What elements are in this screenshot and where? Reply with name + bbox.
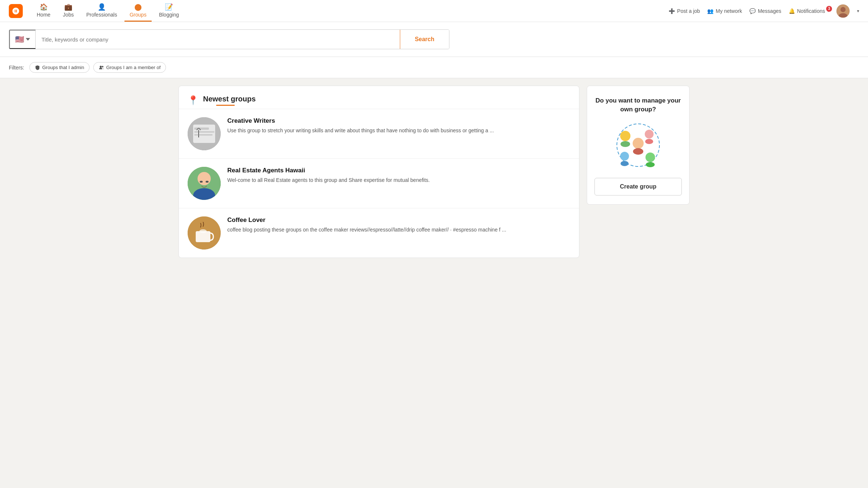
svg-point-23 <box>645 139 653 144</box>
group-name: Coffee Lover <box>227 216 570 224</box>
panel-header: 📍 Newest groups <box>179 86 579 109</box>
group-info-coffee: Coffee Lover coffee blog posting these g… <box>227 216 570 234</box>
flag-icon: 🇺🇸 <box>15 35 24 44</box>
svg-rect-10 <box>194 134 213 136</box>
svg-rect-14 <box>200 181 203 183</box>
nav-jobs[interactable]: 💼 Jobs <box>58 0 79 22</box>
search-input[interactable] <box>36 30 400 49</box>
group-avatar-creative-writers <box>188 117 221 150</box>
svg-rect-15 <box>206 181 209 183</box>
filters-row: Filters: Groups that I admin Groups I am… <box>0 57 868 78</box>
my-network-link[interactable]: 👥 My network <box>707 8 742 14</box>
svg-point-21 <box>621 141 630 147</box>
person-group-icon <box>99 65 104 70</box>
group-info-real-estate: Real Estate Agents Hawaii Wel-come to al… <box>227 167 570 184</box>
plus-icon: ➕ <box>669 8 675 14</box>
groups-icon: ⬤ <box>134 3 142 11</box>
svg-point-22 <box>645 130 654 139</box>
svg-rect-6 <box>193 125 215 143</box>
search-bar: 🇺🇸 Search <box>9 29 449 49</box>
group-name: Creative Writers <box>227 117 570 125</box>
group-info-creative-writers: Creative Writers Use this group to stret… <box>227 117 570 134</box>
manage-group-title: Do you want to manage your own group? <box>594 96 682 114</box>
create-group-button[interactable]: Create group <box>594 178 682 195</box>
nav-professionals[interactable]: 👤 Professionals <box>81 0 122 22</box>
groups-list-panel: 📍 Newest groups Creative Wri <box>178 86 579 258</box>
title-underline <box>216 105 235 106</box>
svg-point-24 <box>620 152 629 161</box>
svg-point-4 <box>102 66 103 67</box>
group-description: Use this group to stretch your writing s… <box>227 127 570 134</box>
main-content: 📍 Newest groups Creative Wri <box>170 78 698 265</box>
nav-groups[interactable]: ⬤ Groups <box>124 0 152 22</box>
jobs-icon: 💼 <box>64 3 72 11</box>
svg-point-28 <box>633 138 644 149</box>
group-item-coffee[interactable]: Coffee Lover coffee blog posting these g… <box>179 208 579 258</box>
group-avatar-coffee <box>188 216 221 250</box>
svg-point-26 <box>645 152 655 162</box>
notifications-badge: 3 <box>826 6 832 12</box>
logo[interactable] <box>9 4 23 18</box>
filter-member[interactable]: Groups I am a member of <box>93 62 166 73</box>
search-button[interactable]: Search <box>400 30 449 49</box>
svg-point-20 <box>620 131 630 141</box>
svg-point-18 <box>199 229 207 233</box>
svg-point-27 <box>646 162 655 167</box>
post-job-link[interactable]: ➕ Post a job <box>669 8 700 14</box>
manage-group-card: Do you want to manage your own group? <box>587 86 690 205</box>
svg-point-3 <box>100 65 102 67</box>
professionals-icon: 👤 <box>98 3 106 11</box>
country-selector[interactable]: 🇺🇸 <box>9 30 36 49</box>
blogging-icon: 📝 <box>165 3 173 11</box>
bell-icon: 🔔 <box>789 8 795 14</box>
group-item-real-estate[interactable]: Real Estate Agents Hawaii Wel-come to al… <box>179 158 579 208</box>
group-avatar-real-estate <box>188 167 221 200</box>
group-description: coffee blog posting these groups on the … <box>227 226 570 234</box>
svg-rect-9 <box>194 131 214 133</box>
svg-rect-8 <box>194 128 209 130</box>
right-panel: Do you want to manage your own group? <box>587 86 690 258</box>
network-icon: 👥 <box>707 8 713 14</box>
search-section: 🇺🇸 Search <box>0 22 868 57</box>
nav-right: ➕ Post a job 👥 My network 💬 Messages 🔔 N… <box>669 4 859 18</box>
nav-blogging[interactable]: 📝 Blogging <box>154 0 184 22</box>
svg-point-1 <box>840 7 846 12</box>
group-name: Real Estate Agents Hawaii <box>227 167 570 174</box>
svg-point-12 <box>198 172 211 185</box>
filter-admin[interactable]: Groups that I admin <box>29 62 90 73</box>
svg-point-29 <box>633 148 643 155</box>
svg-point-25 <box>621 161 629 166</box>
messages-icon: 💬 <box>749 8 756 14</box>
pin-icon: 📍 <box>188 95 199 105</box>
messages-link[interactable]: 💬 Messages <box>749 8 781 14</box>
home-icon: 🏠 <box>40 3 48 11</box>
group-description: Wel-come to all Real Estate agents to th… <box>227 176 570 184</box>
panel-title: Newest groups <box>203 95 256 103</box>
nav-links: 🏠 Home 💼 Jobs 👤 Professionals ⬤ Groups 📝… <box>32 0 669 22</box>
group-item-creative-writers[interactable]: Creative Writers Use this group to stret… <box>179 109 579 158</box>
nav-home[interactable]: 🏠 Home <box>32 0 55 22</box>
notifications-link[interactable]: 🔔 Notifications 3 ▾ <box>789 8 829 14</box>
user-avatar[interactable] <box>836 4 850 18</box>
group-illustration <box>614 121 662 169</box>
shield-icon <box>35 65 40 70</box>
avatar-chevron-icon: ▾ <box>857 8 859 14</box>
filters-label: Filters: <box>9 65 24 71</box>
navbar: 🏠 Home 💼 Jobs 👤 Professionals ⬤ Groups 📝… <box>0 0 868 22</box>
